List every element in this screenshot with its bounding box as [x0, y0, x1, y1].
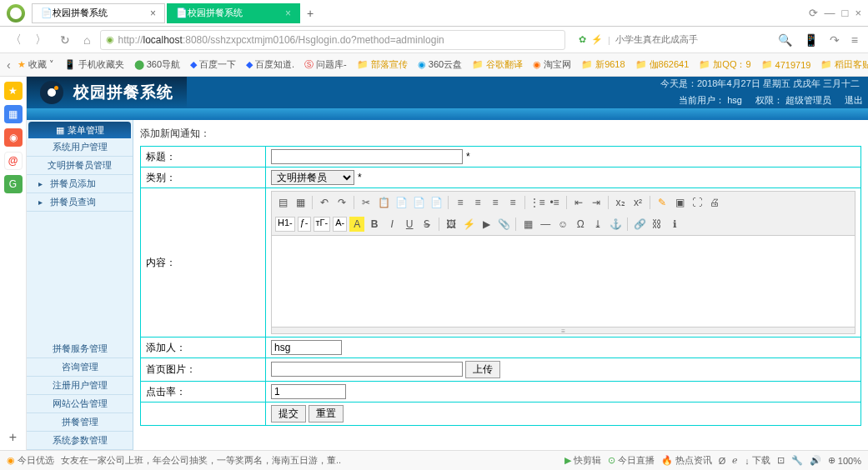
sub-icon[interactable]: x₂: [613, 195, 628, 210]
bold-icon[interactable]: B: [367, 217, 382, 232]
upload-button[interactable]: 上传: [465, 361, 500, 378]
reload-icon[interactable]: ↻: [57, 32, 73, 48]
strike-icon[interactable]: S̶: [419, 217, 434, 232]
device-icon[interactable]: 📱: [800, 32, 821, 48]
sidebar-item-service[interactable]: 拼餐服务管理: [27, 340, 133, 358]
list-ul-icon[interactable]: •≡: [547, 195, 562, 210]
sidebar-item-add-staff[interactable]: 拼餐员添加: [27, 175, 133, 193]
back-icon[interactable]: 〈: [7, 31, 25, 49]
bookmark-folder[interactable]: 📁伽862641: [632, 57, 693, 72]
today-picks[interactable]: ◉今日优选: [7, 454, 54, 467]
forward-icon[interactable]: 〉: [32, 31, 50, 49]
address-bar[interactable]: ◉ http://localhost:8080/sshzxpcxtmjm0106…: [100, 30, 565, 50]
headlines-ticker[interactable]: 女友在一家公司上班，年会公司抽奖，一等奖两名，海南五日游，董..: [61, 454, 558, 467]
print-icon[interactable]: 🖨: [707, 195, 722, 210]
unlink-icon[interactable]: ⛓: [650, 217, 665, 232]
home-icon[interactable]: ⌂: [80, 32, 93, 48]
type-select[interactable]: 文明拼餐员: [271, 170, 354, 185]
copy-icon[interactable]: 📋: [376, 195, 391, 210]
anchor-icon[interactable]: ⚓: [608, 217, 623, 232]
undo-icon[interactable]: ↶: [317, 195, 332, 210]
align-center-icon[interactable]: ≡: [470, 195, 485, 210]
dock-app[interactable]: ▦: [4, 105, 23, 123]
adder-input[interactable]: [271, 340, 342, 355]
align-right-icon[interactable]: ≡: [488, 195, 503, 210]
favorites-button[interactable]: ★收藏 ˅: [14, 57, 58, 72]
sidebar-item-staff[interactable]: 文明拼餐员管理: [27, 157, 133, 175]
sidebar-item-users[interactable]: 系统用户管理: [27, 138, 133, 157]
bookmark-item[interactable]: ◉360云盘: [414, 57, 465, 72]
paste-text-icon[interactable]: 📄: [411, 195, 426, 210]
file-icon[interactable]: 📎: [496, 217, 511, 232]
menu-icon[interactable]: ≡: [848, 32, 861, 48]
clean-icon[interactable]: ✎: [655, 195, 670, 210]
preview-icon[interactable]: ▦: [293, 195, 308, 210]
speed-icon[interactable]: ℯ: [732, 455, 738, 466]
user-avatar[interactable]: [7, 4, 25, 22]
char-icon[interactable]: Ω: [573, 217, 588, 232]
speaker-icon[interactable]: 🔊: [810, 455, 821, 466]
heading-select[interactable]: H1-: [275, 217, 295, 232]
fontsize-select[interactable]: тГ-: [314, 217, 331, 232]
submit-button[interactable]: 提交: [271, 405, 306, 422]
close-window-icon[interactable]: ×: [855, 7, 861, 19]
fontfamily-select[interactable]: ƒ-: [298, 217, 311, 232]
restore-icon[interactable]: ⟳: [809, 7, 818, 19]
bookmark-folder[interactable]: 📁稻田客贴 ˅: [817, 57, 868, 72]
dock-add[interactable]: +: [9, 430, 17, 445]
color-select[interactable]: A-: [333, 217, 347, 232]
sup-icon[interactable]: x²: [630, 195, 645, 210]
image-input[interactable]: [271, 362, 463, 377]
today-live[interactable]: ⊙今日直播: [608, 454, 655, 467]
paste-word-icon[interactable]: 📄: [429, 195, 444, 210]
search-icon[interactable]: 🔍: [775, 32, 795, 48]
sidebar-item-meal[interactable]: 拼餐管理: [27, 413, 133, 432]
dock-favorites[interactable]: ★: [4, 82, 23, 100]
media-icon[interactable]: ▶: [479, 217, 494, 232]
align-justify-icon[interactable]: ≡: [505, 195, 520, 210]
list-ol-icon[interactable]: ⋮≡: [529, 195, 544, 210]
pagebreak-icon[interactable]: ⤓: [590, 217, 605, 232]
selectall-icon[interactable]: ▣: [672, 195, 687, 210]
bookmark-item[interactable]: ◆百度知道.: [243, 57, 298, 72]
dock-at[interactable]: @: [4, 152, 23, 170]
bookmark-item[interactable]: ⬤360导航: [131, 57, 183, 72]
ext-icon[interactable]: ⚡: [591, 34, 603, 45]
flash-icon[interactable]: ⚡: [461, 217, 476, 232]
title-input[interactable]: [271, 149, 463, 164]
sidebar-item-register[interactable]: 注册用户管理: [27, 377, 133, 395]
highlight-icon[interactable]: A: [349, 217, 364, 232]
redo-icon[interactable]: ↷: [334, 195, 349, 210]
pip-icon[interactable]: ⊡: [777, 455, 785, 466]
fullscreen-icon[interactable]: ⛶: [690, 195, 705, 210]
italic-icon[interactable]: I: [384, 217, 399, 232]
bookmark-folder[interactable]: 📁谷歌翻译: [469, 57, 526, 72]
download-link[interactable]: ↓下载: [745, 454, 770, 467]
about-icon[interactable]: ℹ: [667, 217, 682, 232]
bookmark-item[interactable]: Ⓢ问题库-: [301, 57, 350, 72]
bookmark-item[interactable]: 📱手机收藏夹: [61, 57, 128, 72]
add-bookmark-icon[interactable]: ‹: [7, 58, 11, 72]
indent-icon[interactable]: ⇥: [589, 195, 604, 210]
close-icon[interactable]: ×: [150, 8, 156, 19]
bookmark-folder[interactable]: 📁新9618: [578, 57, 628, 72]
cut-icon[interactable]: ✂: [359, 195, 374, 210]
dock-app-2[interactable]: G: [4, 175, 23, 193]
underline-icon[interactable]: U: [402, 217, 417, 232]
hr-icon[interactable]: —: [538, 217, 553, 232]
bookmark-item[interactable]: ◉淘宝网: [529, 57, 574, 72]
bookmark-folder[interactable]: 📁加QQ：9: [695, 57, 754, 72]
hot-news[interactable]: 🔥热点资讯: [661, 454, 712, 467]
reset-button[interactable]: 重置: [309, 405, 344, 422]
refresh-icon[interactable]: ↷: [826, 32, 843, 48]
outdent-icon[interactable]: ⇤: [571, 195, 586, 210]
minimize-icon[interactable]: —: [825, 7, 835, 19]
editor-resize-handle[interactable]: ≡: [271, 328, 855, 334]
sidebar-item-announce[interactable]: 网站公告管理: [27, 395, 133, 413]
browser-tab-1[interactable]: 📄 校园拼餐系统 ×: [32, 3, 165, 23]
emoji-icon[interactable]: ☺: [555, 217, 570, 232]
close-icon[interactable]: ×: [285, 8, 291, 19]
sidebar-item-query-staff[interactable]: 拼餐员查询: [27, 193, 133, 212]
table-icon[interactable]: ▦: [520, 217, 535, 232]
ext-icon[interactable]: ✿: [579, 34, 586, 45]
